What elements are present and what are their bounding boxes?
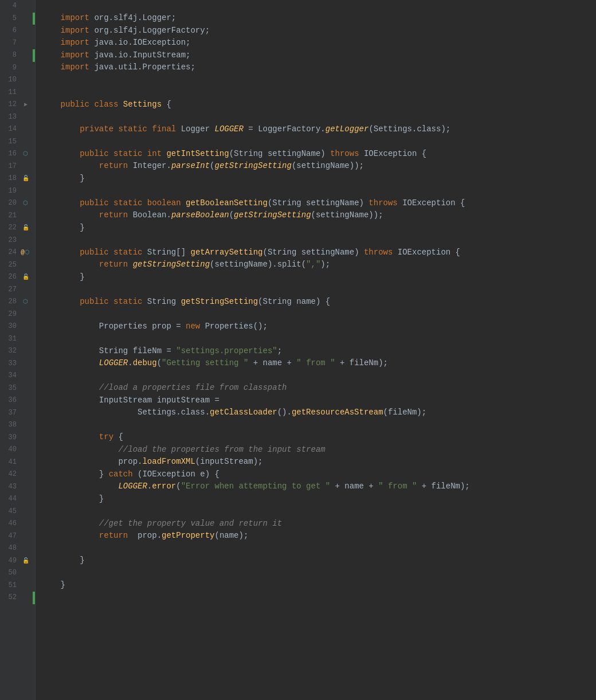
line-number: 47 — [0, 531, 20, 542]
line-row: 32 — [0, 345, 35, 358]
line-numbers: 4 5 6 7 8 — [0, 0, 35, 604]
code-line-40: //load the properties from the input str… — [41, 444, 590, 456]
line-row: 36 — [0, 394, 35, 407]
line-number: 30 — [0, 321, 20, 332]
code-line-46: //get the property value and return it — [41, 518, 590, 530]
code-line-33: LOGGER.debug("Getting setting " + name +… — [41, 358, 590, 370]
line-number: 37 — [0, 408, 20, 419]
line-row: 34 — [0, 370, 35, 382]
method-icon: ⬡ — [23, 298, 28, 307]
code-line-9: import java.util.Properties; — [41, 62, 590, 75]
gutter-icon-area: 🔓 — [20, 557, 32, 566]
gutter-icon-area: ⬡ — [20, 199, 32, 208]
code-line-25: return getStringSetting(settingName).spl… — [41, 259, 590, 272]
code-line-11 — [41, 87, 590, 99]
line-number: 39 — [0, 432, 20, 443]
code-line-12: public class Settings { — [41, 99, 590, 111]
line-number: 17 — [0, 161, 20, 172]
code-line-17: return Integer.parseInt(getStringSetting… — [41, 161, 590, 173]
code-line-24: public static String[] getArraySetting(S… — [41, 247, 590, 259]
line-row: 25 — [0, 259, 35, 272]
code-line-41: prop.loadFromXML(inputStream); — [41, 456, 590, 469]
line-number: 40 — [0, 444, 20, 455]
line-number: 16 — [0, 148, 20, 159]
code-line-6: import org.slf4j.LoggerFactory; — [41, 25, 590, 37]
line-number: 9 — [0, 62, 20, 73]
line-row: 18 🔓 — [0, 173, 35, 185]
line-row: 17 — [0, 161, 35, 173]
code-line-52 — [41, 592, 590, 604]
lock-icon: 🔓 — [22, 273, 29, 282]
code-line-36: InputStream inputStream = — [41, 394, 590, 407]
code-line-27 — [41, 284, 590, 296]
line-row: 12 ▶ — [0, 99, 35, 111]
lock-icon: 🔓 — [22, 174, 29, 183]
code-line-38 — [41, 419, 590, 432]
code-line-18: } — [41, 173, 590, 185]
line-row: 47 — [0, 530, 35, 543]
code-line-34 — [41, 370, 590, 382]
line-number: 11 — [0, 87, 20, 98]
line-row: 45 — [0, 506, 35, 518]
line-number: 26 — [0, 272, 20, 283]
line-row: 38 — [0, 419, 35, 432]
line-row: 39 — [0, 432, 35, 444]
line-number: 21 — [0, 210, 20, 221]
line-row: 49 🔓 — [0, 555, 35, 568]
line-number: 5 — [0, 13, 20, 24]
line-number: 7 — [0, 38, 20, 49]
line-number: 52 — [0, 592, 20, 603]
line-number: 22 — [0, 222, 20, 233]
line-row: 21 — [0, 210, 35, 222]
line-row: 50 — [0, 567, 35, 580]
code-line-29 — [41, 308, 590, 321]
code-line-4 — [41, 0, 590, 13]
line-number: 44 — [0, 494, 20, 505]
code-line-22: } — [41, 222, 590, 234]
line-number: 50 — [0, 568, 20, 578]
line-number: 8 — [0, 50, 20, 61]
method-icon: ⬡ — [23, 150, 28, 159]
code-line-42: } catch (IOException e) { — [41, 468, 590, 481]
code-line-13 — [41, 111, 590, 124]
line-row: 5 — [0, 13, 35, 25]
line-number: 10 — [0, 75, 20, 85]
line-number: 13 — [0, 112, 20, 123]
code-line-14: private static final Logger LOGGER = Log… — [41, 123, 590, 136]
line-row: 26 🔓 — [0, 271, 35, 284]
code-line-20: public static boolean getBooleanSetting(… — [41, 197, 590, 210]
line-row: 42 — [0, 468, 35, 481]
method-icon: ⬡ — [25, 248, 30, 257]
line-row: 13 — [0, 111, 35, 124]
line-row: 41 — [0, 456, 35, 469]
code-line-7: import java.io.IOException; — [41, 37, 590, 50]
gutter-icon-area[interactable]: ▶ — [20, 100, 32, 110]
line-number: 45 — [0, 506, 20, 517]
line-number: 32 — [0, 346, 20, 357]
line-row: 37 — [0, 407, 35, 420]
line-row: 14 — [0, 123, 35, 136]
line-row: 40 — [0, 444, 35, 456]
line-number: 15 — [0, 136, 20, 147]
code-line-15 — [41, 136, 590, 148]
method-icon: ⬡ — [23, 199, 28, 208]
gutter-icon-area: @ ⬡ — [20, 248, 32, 257]
line-row: 7 — [0, 37, 35, 50]
line-row: 29 — [0, 308, 35, 321]
line-row: 30 — [0, 320, 35, 333]
line-row: 28 ⬡ — [0, 296, 35, 308]
fold-arrow-icon[interactable]: ▶ — [24, 100, 28, 110]
code-line-8: import java.io.InputStream; — [41, 49, 590, 62]
line-number: 34 — [0, 370, 20, 381]
line-number: 42 — [0, 469, 20, 480]
line-row: 31 — [0, 333, 35, 346]
code-line-16: public static int getIntSetting(String s… — [41, 148, 590, 161]
line-number: 23 — [0, 235, 20, 246]
line-number: 46 — [0, 518, 20, 529]
line-row: 48 — [0, 542, 35, 555]
line-row: 35 — [0, 382, 35, 395]
line-number: 48 — [0, 543, 20, 554]
gutter-icon-area: ⬡ — [20, 298, 32, 307]
line-number: 27 — [0, 284, 20, 295]
line-row: 8 — [0, 49, 35, 62]
